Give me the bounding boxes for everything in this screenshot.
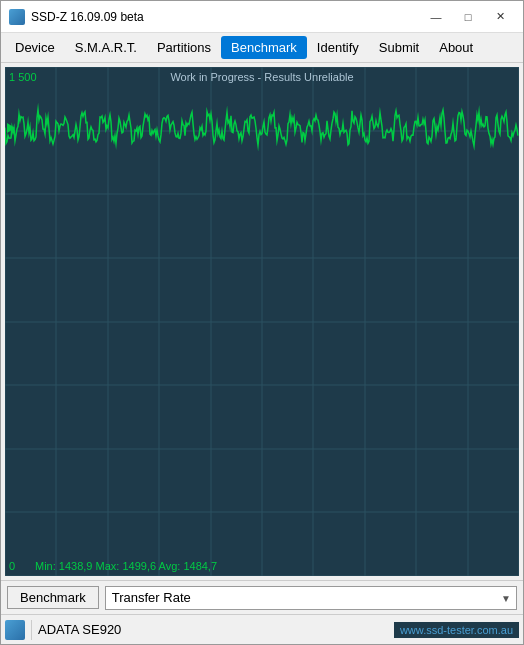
menu-benchmark[interactable]: Benchmark xyxy=(221,36,307,59)
dropdown-container: Transfer Rate Sequential Read Sequential… xyxy=(105,586,517,610)
minimize-button[interactable]: — xyxy=(421,7,451,27)
chart-canvas xyxy=(5,67,519,576)
chart-stats: Min: 1438,9 Max: 1499,6 Avg: 1484,7 xyxy=(35,560,217,572)
benchmark-button[interactable]: Benchmark xyxy=(7,586,99,609)
status-bar: ADATA SE920 www.ssd-tester.com.au xyxy=(1,614,523,644)
bottom-controls: Benchmark Transfer Rate Sequential Read … xyxy=(1,580,523,614)
window-controls: — □ ✕ xyxy=(421,7,515,27)
chart-type-dropdown[interactable]: Transfer Rate Sequential Read Sequential… xyxy=(105,586,517,610)
drive-icon xyxy=(5,620,25,640)
close-button[interactable]: ✕ xyxy=(485,7,515,27)
chart-y-min: 0 xyxy=(9,560,15,572)
menu-partitions[interactable]: Partitions xyxy=(147,36,221,59)
website-url: www.ssd-tester.com.au xyxy=(394,622,519,638)
menu-about[interactable]: About xyxy=(429,36,483,59)
title-bar: SSD-Z 16.09.09 beta — □ ✕ xyxy=(1,1,523,33)
app-icon xyxy=(9,9,25,25)
drive-name: ADATA SE920 xyxy=(38,622,388,637)
main-window: SSD-Z 16.09.09 beta — □ ✕ Device S.M.A.R… xyxy=(0,0,524,645)
chart-y-max: 1 500 xyxy=(9,71,37,83)
benchmark-chart: 1 500 Work in Progress - Results Unrelia… xyxy=(5,67,519,576)
menu-submit[interactable]: Submit xyxy=(369,36,429,59)
menu-identify[interactable]: Identify xyxy=(307,36,369,59)
menu-smart[interactable]: S.M.A.R.T. xyxy=(65,36,147,59)
chart-title: Work in Progress - Results Unreliable xyxy=(170,71,353,83)
menu-bar: Device S.M.A.R.T. Partitions Benchmark I… xyxy=(1,33,523,63)
status-separator xyxy=(31,620,32,640)
maximize-button[interactable]: □ xyxy=(453,7,483,27)
menu-device[interactable]: Device xyxy=(5,36,65,59)
window-title: SSD-Z 16.09.09 beta xyxy=(31,10,421,24)
